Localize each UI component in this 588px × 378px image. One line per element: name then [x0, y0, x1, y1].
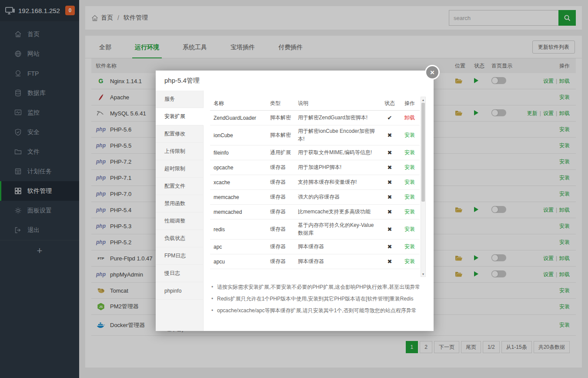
menu-config-edit[interactable]: 配置修改: [156, 125, 203, 143]
ext-install-link[interactable]: 安装: [404, 132, 415, 138]
col-ext-status: 状态: [380, 100, 400, 107]
not-installed-cross-icon: ✖: [388, 226, 392, 233]
menu-service[interactable]: 服务: [156, 91, 203, 108]
menu-load-status[interactable]: 负载状态: [156, 230, 203, 247]
col-ext-type: 类型: [267, 100, 294, 107]
ext-type: 缓存器: [267, 258, 294, 265]
menu-fpm-log[interactable]: FPM日志: [156, 247, 203, 265]
ext-type: 脚本解密: [267, 114, 294, 122]
menu-performance[interactable]: 性能调整: [156, 213, 203, 230]
ext-desc: 强大的内容缓存器: [294, 193, 380, 201]
ext-desc: 基于内存亦可持久化的Key-Value数据库: [294, 222, 380, 237]
not-installed-cross-icon: ✖: [388, 132, 392, 138]
close-icon[interactable]: ×: [425, 65, 440, 80]
not-installed-cross-icon: ✖: [388, 209, 392, 215]
extension-row: apc 缓存器 脚本缓存器 ✖ 安装: [210, 240, 420, 254]
ext-install-link[interactable]: 安装: [404, 149, 415, 155]
ext-type: 通用扩展: [267, 149, 294, 156]
extension-row: memcache 缓存器 强大的内容缓存器 ✖ 安装: [210, 190, 420, 205]
ext-uninstall-link[interactable]: 卸载: [404, 115, 415, 121]
modal-title: php-5.4管理: [156, 71, 434, 91]
note-item: opcache/xcache/apc等脚本缓存扩展,请只安装其中1个,否则可能导…: [210, 307, 426, 315]
ext-name: redis: [210, 226, 267, 233]
extension-table-wrap: 名称 类型 说明 状态 操作 ZendGuardLoader 脚本解密 用于解密…: [210, 97, 426, 277]
app-root: 192.168.1.252 0 首页 网站 FTP 数据库 监控: [0, 0, 588, 378]
note-item: Redis扩展只允许在1个PHP版本中使用,安装到其它PHP版本请在[软件管理]…: [210, 295, 426, 303]
ext-name: ionCube: [210, 132, 267, 138]
ext-desc: 用于解密ZendGuard加密脚本!: [294, 114, 380, 122]
menu-config-file[interactable]: 配置文件: [156, 178, 203, 195]
ext-type: 缓存器: [267, 179, 294, 186]
ext-install-link[interactable]: 安装: [404, 209, 415, 215]
ext-desc: 脚本缓存器: [294, 258, 380, 265]
php-manage-modal: × php-5.4管理 服务 安装扩展 配置修改 上传限制 超时限制 配置文件 …: [156, 71, 434, 331]
col-ext-name: 名称: [210, 100, 267, 107]
ext-desc: 用于解密ionCube Encoder加密脚本!: [294, 128, 380, 143]
ext-name: ZendGuardLoader: [210, 115, 267, 121]
ext-desc: 脚本缓存器: [294, 243, 380, 250]
not-installed-cross-icon: ✖: [388, 258, 392, 265]
extension-row: redis 缓存器 基于内存亦可持久化的Key-Value数据库 ✖ 安装: [210, 219, 420, 240]
ext-desc: 比memcache支持更多高级功能: [294, 208, 380, 216]
not-installed-cross-icon: ✖: [388, 149, 392, 156]
extension-row: opcache 缓存器 用于加速PHP脚本! ✖ 安装: [210, 160, 420, 175]
extension-row: fileinfo 通用扩展 用于获取文件MIME,编码等信息! ✖ 安装: [210, 145, 420, 160]
extension-notes: 请按实际需求安装扩展,不要安装不必要的PHP扩展,这会影响PHP执行效率,甚至出…: [210, 283, 426, 315]
ext-install-link[interactable]: 安装: [404, 164, 415, 170]
ext-name: xcache: [210, 179, 267, 186]
ext-desc: 支持脚本缓存和变量缓存!: [294, 179, 380, 186]
ext-desc: 用于加速PHP脚本!: [294, 164, 380, 171]
extension-row: ionCube 脚本解密 用于解密ionCube Encoder加密脚本! ✖ …: [210, 125, 420, 145]
ext-install-link[interactable]: 安装: [404, 226, 415, 232]
ext-name: memcache: [210, 194, 267, 200]
extension-row: xcache 缓存器 支持脚本缓存和变量缓存! ✖ 安装: [210, 175, 420, 190]
col-ext-action: 操作: [400, 100, 420, 107]
ext-type: 脚本解密: [267, 132, 294, 139]
ext-install-link[interactable]: 安装: [404, 194, 415, 200]
menu-disabled-functions[interactable]: 禁用函数: [156, 195, 203, 213]
menu-phpinfo[interactable]: phpinfo: [156, 282, 203, 300]
extension-row: ZendGuardLoader 脚本解密 用于解密ZendGuard加密脚本! …: [210, 111, 420, 125]
scroll-up-arrow[interactable]: ▲: [421, 97, 425, 102]
scrollbar-thumb[interactable]: [421, 103, 425, 202]
menu-timeout-limit[interactable]: 超时限制: [156, 160, 203, 178]
ext-install-link[interactable]: 安装: [404, 243, 415, 250]
menu-upload-limit[interactable]: 上传限制: [156, 143, 203, 160]
menu-install-ext[interactable]: 安装扩展: [156, 108, 204, 125]
not-installed-cross-icon: ✖: [388, 243, 392, 250]
scroll-down-arrow[interactable]: ▼: [421, 271, 425, 277]
installed-check-icon: ✔: [388, 115, 392, 121]
not-installed-cross-icon: ✖: [388, 179, 392, 186]
col-ext-desc: 说明: [294, 100, 380, 107]
extension-table-header: 名称 类型 说明 状态 操作: [210, 97, 420, 111]
note-item: 请按实际需求安装扩展,不要安装不必要的PHP扩展,这会影响PHP执行效率,甚至出…: [210, 283, 426, 291]
extension-row: memcached 缓存器 比memcache支持更多高级功能 ✖ 安装: [210, 205, 420, 219]
ext-name: opcache: [210, 165, 267, 171]
not-installed-cross-icon: ✖: [388, 164, 392, 171]
ext-name: fileinfo: [210, 150, 267, 156]
modal-content: 名称 类型 说明 状态 操作 ZendGuardLoader 脚本解密 用于解密…: [204, 91, 434, 331]
ext-install-link[interactable]: 安装: [404, 258, 415, 264]
ext-name: apcu: [210, 259, 267, 265]
ext-type: 缓存器: [267, 243, 294, 250]
ext-desc: 用于获取文件MIME,编码等信息!: [294, 149, 380, 156]
extension-table: 名称 类型 说明 状态 操作 ZendGuardLoader 脚本解密 用于解密…: [210, 97, 420, 269]
ext-type: 缓存器: [267, 193, 294, 201]
modal-scrollbar[interactable]: ▲ ▼: [421, 97, 426, 277]
modal-menu: 服务 安装扩展 配置修改 上传限制 超时限制 配置文件 禁用函数 性能调整 负载…: [156, 91, 204, 331]
extension-row: apcu 缓存器 脚本缓存器 ✖ 安装: [210, 254, 420, 269]
ext-name: apc: [210, 244, 267, 250]
menu-slow-log[interactable]: 慢日志: [156, 265, 203, 282]
ext-type: 缓存器: [267, 208, 294, 216]
ext-type: 缓存器: [267, 226, 294, 233]
ext-name: memcached: [210, 209, 267, 215]
ext-install-link[interactable]: 安装: [404, 179, 415, 185]
not-installed-cross-icon: ✖: [388, 194, 392, 200]
ext-type: 缓存器: [267, 164, 294, 171]
